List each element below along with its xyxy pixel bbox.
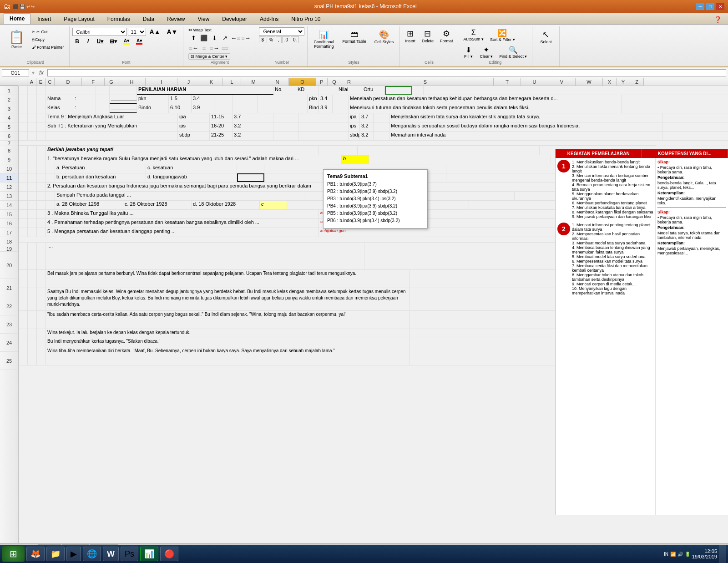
row-header-2[interactable]: 2 xyxy=(0,95,18,104)
col-header-j[interactable]: J xyxy=(177,78,200,86)
cut-button[interactable]: ✂ ✂ Cut xyxy=(30,28,66,36)
col-header-y[interactable]: Y xyxy=(617,78,630,86)
cell-b19-dots[interactable]: .... xyxy=(46,243,364,269)
bold-button[interactable]: B xyxy=(72,37,82,46)
cell-e21[interactable] xyxy=(28,288,37,310)
comma-button[interactable]: , xyxy=(276,36,282,43)
cell-d2-nama[interactable]: Nama xyxy=(46,95,73,104)
cell-a21[interactable] xyxy=(19,288,28,310)
cell-l2[interactable] xyxy=(214,95,233,104)
row-header-19[interactable]: 19 xyxy=(0,246,18,252)
col-header-h[interactable]: H xyxy=(118,78,146,86)
cell-b22-story3[interactable]: "Ibu sudah membaca certa-cerita kalian. … xyxy=(46,311,410,329)
taskbar-media[interactable]: ▶ xyxy=(66,547,81,561)
cell-c8[interactable] xyxy=(37,146,46,155)
cell-c21[interactable] xyxy=(37,288,46,310)
cell-c2[interactable] xyxy=(37,95,46,104)
cell-a3[interactable] xyxy=(19,104,28,113)
cell-e23[interactable] xyxy=(28,329,37,338)
cell-i5[interactable]: ips xyxy=(178,122,210,131)
cell-g14-date3[interactable]: d. 18 Oktober 1928 xyxy=(192,201,260,209)
row-header-21[interactable]: 21 xyxy=(0,279,18,297)
tab-insert[interactable]: Insert xyxy=(31,14,57,24)
cell-e8[interactable] xyxy=(28,146,37,155)
row-header-25[interactable]: 25 xyxy=(0,352,18,370)
cell-s1[interactable] xyxy=(453,86,726,95)
cell-o10[interactable] xyxy=(237,164,264,173)
cell-o4[interactable] xyxy=(321,113,349,122)
cell-a22[interactable] xyxy=(19,311,28,329)
cell-a9[interactable] xyxy=(19,155,28,164)
clear-button[interactable]: ✦ Clear ▾ xyxy=(477,44,495,60)
cell-r6[interactable] xyxy=(374,132,389,140)
row-header-17[interactable]: 17 xyxy=(0,228,18,237)
cell-e4[interactable] xyxy=(28,113,37,122)
cell-a12[interactable] xyxy=(19,183,28,191)
cell-c24[interactable] xyxy=(37,338,46,347)
cell-h2-underline[interactable]: ________________ xyxy=(110,95,137,104)
row-header-8[interactable]: 8 xyxy=(0,146,18,155)
cell-m1[interactable]: Nilai xyxy=(337,86,362,95)
cell-j5[interactable]: 16-20 xyxy=(210,122,233,131)
cell-b8-berilah[interactable]: Berilah jawaban yang tepat! xyxy=(46,146,319,155)
text-angle-button[interactable]: ↗ xyxy=(220,33,230,42)
cell-j2[interactable]: 1-5 xyxy=(169,95,192,104)
cell-b24-story5[interactable]: Bu Indi menyerahkan kertas tugasnya. "Si… xyxy=(46,338,410,347)
cell-e3[interactable] xyxy=(28,104,37,113)
align-left-button[interactable]: ≡← xyxy=(188,43,198,52)
col-header-w[interactable]: W xyxy=(576,78,603,86)
col-header-m[interactable]: M xyxy=(241,78,266,86)
border-button[interactable]: ⊞▾ xyxy=(107,37,120,46)
row-header-7[interactable]: 7 xyxy=(0,141,18,146)
cell-c5[interactable] xyxy=(37,122,46,131)
col-header-k[interactable]: K xyxy=(200,78,223,86)
tab-formulas[interactable]: Formulas xyxy=(101,14,136,24)
cell-n4[interactable] xyxy=(298,113,321,122)
cell-e24[interactable] xyxy=(28,338,37,347)
cell-b1-header[interactable]: PENILAIAN HARIAN xyxy=(137,86,273,95)
cell-d5-subt[interactable]: Sub T1 : Keteraturan yang Menakjubkan xyxy=(46,122,178,131)
format-painter-button[interactable]: 🖌 Format Painter xyxy=(30,44,66,51)
cell-m5[interactable] xyxy=(273,122,298,131)
font-color-button[interactable]: A▾ xyxy=(133,37,145,46)
cell-c14[interactable] xyxy=(37,201,46,209)
col-header-v[interactable]: V xyxy=(548,78,576,86)
cell-p3[interactable]: Bindo xyxy=(308,104,319,113)
col-header-a[interactable]: A xyxy=(27,78,36,86)
percent-button[interactable]: % xyxy=(267,36,275,43)
cell-e13-sumpah[interactable]: Sumpah Pemuda pada tanggal ... xyxy=(55,192,305,200)
cell-e10[interactable] xyxy=(28,164,37,173)
col-header-x[interactable]: X xyxy=(603,78,617,86)
cell-a16[interactable] xyxy=(19,219,28,228)
tab-developer[interactable]: Developer xyxy=(216,14,253,24)
cell-d10-indent[interactable] xyxy=(46,164,55,173)
tab-page-layout[interactable]: Page Layout xyxy=(58,14,100,24)
cell-d6[interactable] xyxy=(46,132,178,140)
row-header-23[interactable]: 23 xyxy=(0,315,18,334)
cell-c23[interactable] xyxy=(37,329,46,338)
cell-c12[interactable] xyxy=(37,183,46,191)
cell-p6[interactable]: sbdp xyxy=(349,132,360,140)
cell-b25-story6[interactable]: Wina tiba-tiba memberanikan diri berkata… xyxy=(46,347,410,365)
cell-c22[interactable] xyxy=(37,311,46,329)
tab-review[interactable]: Review xyxy=(161,14,191,24)
align-center-button[interactable]: ≡ xyxy=(199,43,209,52)
row-header-24[interactable]: 24 xyxy=(0,334,18,352)
cell-s4-text[interactable]: Menjelaskan sistem tata surya dan karakt… xyxy=(389,113,662,122)
row-header-3[interactable]: 3 xyxy=(0,104,18,113)
cell-b16-q4[interactable]: 4 . Pemahaman terhadap pentingnya persat… xyxy=(46,219,319,228)
cell-c13[interactable] xyxy=(37,192,46,200)
cell-d13-indent[interactable] xyxy=(46,192,55,200)
cell-a10[interactable] xyxy=(19,164,28,173)
start-button[interactable]: ⊞ xyxy=(2,546,25,562)
cell-f1[interactable] xyxy=(73,86,96,95)
cell-o6[interactable] xyxy=(321,132,349,140)
cell-a15[interactable] xyxy=(19,210,28,218)
taskbar-browser[interactable]: 🌐 xyxy=(83,547,101,561)
cell-l4[interactable] xyxy=(255,113,273,122)
cell-a19[interactable] xyxy=(19,243,28,269)
row-header-18[interactable]: 18 xyxy=(0,237,18,246)
cell-o14-answer[interactable]: c xyxy=(260,201,287,209)
cell-i6[interactable]: sbdp xyxy=(178,132,210,140)
cell-e3-colon[interactable]: : xyxy=(73,104,96,113)
